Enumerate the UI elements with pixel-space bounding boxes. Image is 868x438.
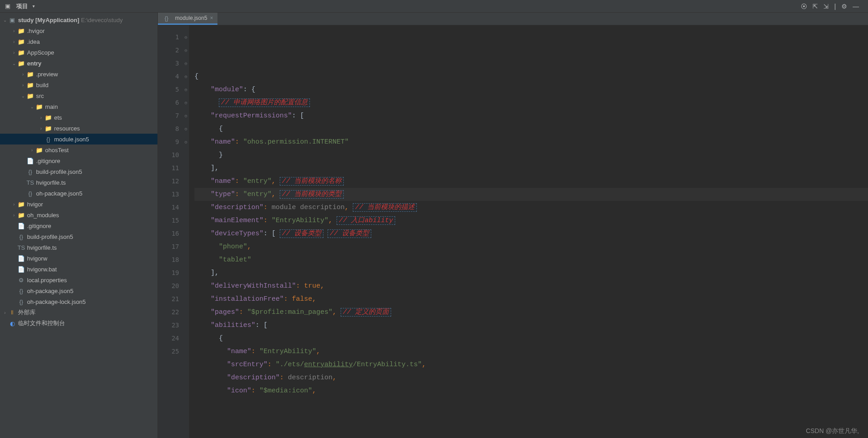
chevron-down-icon[interactable]: ⌄ [2,18,8,23]
chevron-icon[interactable]: › [20,83,26,88]
library-icon: ⫴ [8,309,16,316]
tree-item-entry[interactable]: ⌄📁entry [0,58,157,69]
code-line-24[interactable]: "description": description, [194,371,868,384]
code-line-8[interactable]: ], [194,162,868,175]
settings-icon[interactable]: ⚙ [841,3,847,10]
code-content[interactable]: { "module": { // 申请网络图片的配置信息 "requestPer… [189,25,868,438]
tree-item-ohostest[interactable]: ›📁ohosTest [0,144,157,155]
select-opened-file-icon[interactable]: ⦿ [801,3,807,10]
tree-item-src[interactable]: ⌄📁src [0,90,157,101]
code-line-9[interactable]: "name": "entry", // 当前模块的名称 [194,175,868,188]
code-line-6[interactable]: "name": "ohos.permission.INTERNET" [194,135,868,149]
tree-item-label: AppScope [27,49,54,56]
folder-icon: 📁 [35,103,43,110]
tree-root[interactable]: ⌄ ▣ study [MyApplication] E:\deveco\stud… [0,14,157,25]
code-line-17[interactable]: "deliveryWithInstall": true, [194,280,868,293]
tree-item-build-profile-json5[interactable]: ›{}build-profile.json5 [0,231,157,242]
file-icon: 📄 [17,255,25,262]
tree-item-label: .gitignore [36,158,60,164]
editor-tabs: {} module.json5 × [158,13,868,25]
tree-item--preview[interactable]: ›📁.preview [0,69,157,79]
tree-item-resources[interactable]: ›📁resources [0,123,157,134]
tree-external-libs[interactable]: › ⫴ 外部库 [0,307,157,318]
tree-item-hvigorfile-ts[interactable]: ›TShvigorfile.ts [0,242,157,253]
tree-item-oh-package-json5[interactable]: ›{}oh-package.json5 [0,285,157,296]
top-toolbar: ▣ 项目 ▾ ⦿ ⇱ ⇲ | ⚙ — [0,0,868,13]
tree-item-module-json5[interactable]: ›{}module.json5 [0,134,157,144]
tree-item-oh-package-json5[interactable]: ›{}oh-package.json5 [0,188,157,199]
tree-scratches[interactable]: › ◐ 临时文件和控制台 [0,318,157,329]
chevron-right-icon[interactable]: › [2,310,8,315]
tree-item--gitignore[interactable]: ›📄.gitignore [0,155,157,166]
tree-item-oh-modules[interactable]: ›📁oh_modules [0,210,157,220]
code-line-23[interactable]: "srcEntry": "./ets/entryability/EntryAbi… [194,358,868,371]
tree-item-hvigorw[interactable]: ›📄hvigorw [0,253,157,264]
file-icon: 📄 [17,223,25,229]
file-json-icon: {} [17,288,25,294]
code-line-5[interactable]: { [194,122,868,135]
tree-item-ets[interactable]: ›📁ets [0,112,157,123]
tree-item-label: local.properties [27,277,67,284]
fold-column[interactable]: ⊖⊖⊖⊖⊖⊖⊖⊖⊖ [183,25,189,438]
minimize-icon[interactable]: — [853,3,859,10]
chevron-icon[interactable]: › [11,39,17,44]
chevron-icon[interactable]: ⌄ [29,104,35,109]
expand-all-icon[interactable]: ⇱ [813,3,818,10]
tree-item-appscope[interactable]: ›📁AppScope [0,47,157,58]
code-line-13[interactable]: "deviceTypes": [ // 设备类型 // 设备类型 [194,227,868,240]
tree-item-build-profile-json5[interactable]: ›{}build-profile.json5 [0,166,157,177]
file-icon: 📄 [26,158,34,164]
tree-item-build[interactable]: ›📁build [0,79,157,90]
tree-item-label: .gitignore [27,223,51,229]
tree-item-label: main [45,103,58,110]
code-line-14[interactable]: "phone", [194,240,868,253]
chevron-icon[interactable]: › [11,213,17,218]
tree-item-oh-package-lock-json5[interactable]: ›{}oh-package-lock.json5 [0,296,157,307]
tree-item-hvigorfile-ts[interactable]: ›TShvigorfile.ts [0,177,157,188]
code-line-2[interactable]: "module": { [194,83,868,96]
tree-item--gitignore[interactable]: ›📄.gitignore [0,220,157,231]
code-line-15[interactable]: "tablet" [194,253,868,266]
code-line-21[interactable]: { [194,332,868,345]
code-line-4[interactable]: "requestPermissions": [ [194,109,868,122]
code-line-22[interactable]: "name": "EntryAbility", [194,345,868,358]
code-line-7[interactable]: } [194,149,868,162]
code-line-16[interactable]: ], [194,266,868,280]
code-line-3[interactable]: // 申请网络图片的配置信息 [194,96,868,109]
code-line-18[interactable]: "installationFree": false, [194,293,868,306]
chevron-icon[interactable]: ⌄ [20,93,26,98]
code-line-10[interactable]: "type": "entry", // 当前模块的类型 [194,188,868,201]
line-number-gutter[interactable]: 1234567891011121314151617181920212223242… [158,25,183,438]
tree-item-hvigor[interactable]: ›📁hvigor [0,199,157,210]
tree-item-label: oh-package.json5 [36,190,83,197]
chevron-icon[interactable]: › [20,72,26,77]
code-line-11[interactable]: "description": module description, // 当前… [194,201,868,214]
chevron-icon[interactable]: › [38,115,44,120]
dropdown-icon[interactable]: ▾ [32,4,35,9]
tree-item-local-properties[interactable]: ›⚙local.properties [0,275,157,285]
code-line-12[interactable]: "mainElement": "EntryAbility", // 入口abil… [194,214,868,227]
chevron-icon[interactable]: › [11,28,17,33]
project-root-path: E:\deveco\study [81,17,123,23]
chevron-icon[interactable]: › [11,50,17,55]
tree-item-hvigorw-bat[interactable]: ›📄hvigorw.bat [0,264,157,275]
project-tree-sidebar[interactable]: ⌄ ▣ study [MyApplication] E:\deveco\stud… [0,13,158,438]
project-dropdown-label[interactable]: 项目 [16,2,28,10]
code-line-19[interactable]: "pages": "$profile:main_pages", // 定义的页面 [194,306,868,319]
chevron-icon[interactable]: ⌄ [11,61,17,66]
chevron-icon[interactable]: › [38,126,44,131]
folder-icon: 📁 [17,201,25,208]
tree-item-label: oh-package-lock.json5 [27,298,86,305]
collapse-all-icon[interactable]: ⇲ [823,3,829,10]
tree-item-main[interactable]: ⌄📁main [0,101,157,112]
tree-item--idea[interactable]: ›📁.idea [0,36,157,47]
chevron-icon[interactable]: › [29,148,35,153]
close-icon[interactable]: × [210,15,213,21]
code-line-25[interactable]: "icon": "$media:icon", [194,384,868,397]
chevron-icon[interactable]: › [11,202,17,207]
tree-item--hvigor[interactable]: ›📁.hvigor [0,25,157,36]
tree-item-label: hvigorw.bat [27,266,57,273]
code-line-20[interactable]: "abilities": [ [194,319,868,332]
code-line-1[interactable]: { [194,70,868,83]
tab-module-json5[interactable]: {} module.json5 × [158,13,217,25]
